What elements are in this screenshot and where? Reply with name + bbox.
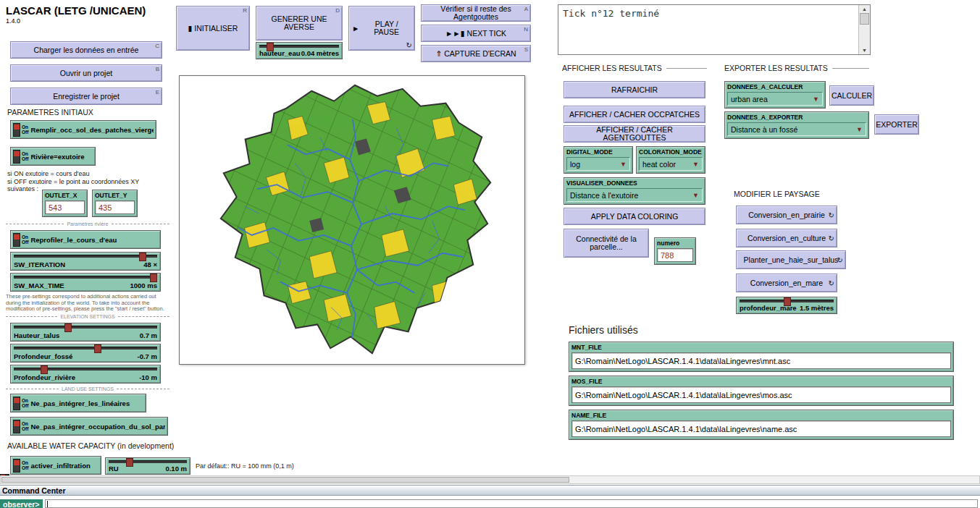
verifier-agentgouttes-button[interactable]: Vérifier si il reste des Agentgouttes A bbox=[421, 4, 531, 22]
world-view[interactable] bbox=[179, 75, 525, 365]
planter-haie-sur-talus-button[interactable]: Planter_une_haie_sur_talus ↻ bbox=[736, 250, 846, 269]
switch-toggle[interactable] bbox=[13, 123, 20, 137]
onoff-labels: OnOff bbox=[22, 398, 28, 408]
input-value[interactable]: 543 bbox=[45, 200, 85, 214]
switch-ne-pas-integrer-lineaires[interactable]: OnOff Ne_pas_intégrer_les_linéaires bbox=[10, 394, 146, 412]
switch-activer-infiltration[interactable]: OnOff activer_infiltration bbox=[10, 456, 101, 475]
chooser-value[interactable]: Distance à l'exutoire▼ bbox=[566, 188, 703, 202]
coloration-mode-chooser[interactable]: COLORATION_MODE heat color▼ bbox=[636, 146, 705, 174]
switch-knob bbox=[14, 151, 20, 156]
numero-input[interactable]: numero 788 bbox=[654, 237, 696, 265]
slider-label: SW_ITERATION bbox=[14, 261, 65, 268]
slider-row: RU0.10 m bbox=[109, 465, 187, 473]
command-center-bar[interactable]: Command Center bbox=[0, 485, 980, 496]
dropdown-arrow-icon: ▼ bbox=[813, 96, 819, 103]
connectivite-parcelle-button[interactable]: Connectivité de la parcelle... bbox=[564, 229, 649, 258]
note-line: suivantes : bbox=[7, 185, 168, 193]
mnt-file-input[interactable]: MNT_FILE G:\Romain\NetLogo\LASCAR.1.4.1\… bbox=[569, 342, 954, 372]
shortcut-key: C bbox=[155, 42, 159, 50]
slider-track bbox=[14, 326, 157, 329]
afficher-cacher-agentgouttes-button[interactable]: AFFICHER / CACHER AGENTGOUTTES bbox=[564, 125, 705, 143]
donnees-a-calculer-chooser[interactable]: DONNEES_A_CALCULER urban area▼ bbox=[724, 81, 826, 109]
input-value[interactable]: 435 bbox=[95, 200, 135, 214]
visualiser-donnees-chooser[interactable]: VISUALISER_DONNEES Distance à l'exutoire… bbox=[564, 177, 705, 205]
next-tick-button[interactable]: ►►▮ NEXT TICK N bbox=[421, 25, 531, 42]
chooser-value[interactable]: log▼ bbox=[566, 157, 630, 171]
donnees-a-exporter-chooser[interactable]: DONNEES_A_EXPORTER Distance à un fossé▼ bbox=[724, 111, 869, 139]
switch-remplir-occ-sol[interactable]: OnOff Remplir_occ_sol_des_patches_vierge… bbox=[10, 120, 156, 139]
profondeur-mare-slider[interactable]: profondeur_mare1.5 mètres bbox=[736, 297, 837, 314]
mos-file-input[interactable]: MOS_FILE G:\Romain\NetLogo\LASCAR.1.4.1\… bbox=[569, 376, 954, 406]
rafraichir-button[interactable]: RAFRAICHIR bbox=[564, 81, 705, 98]
initialiser-button[interactable]: ▮ INITIALISER R bbox=[176, 6, 250, 51]
switch-riviere-exutoire[interactable]: OnOff Rivière=exutoire bbox=[10, 147, 96, 166]
profondeur-fosse-slider[interactable]: Profondeur_fossé-0.7 m bbox=[10, 344, 161, 363]
switch-toggle[interactable] bbox=[13, 233, 20, 247]
shortcut-key: S bbox=[524, 46, 528, 54]
switch-ne-pas-integrer-occupation[interactable]: OnOff Ne_pas_intégrer_occupation_du_sol_… bbox=[10, 417, 168, 436]
digital-mode-chooser[interactable]: DIGITAL_MODE log▼ bbox=[564, 146, 633, 174]
section-label: EXPORTER LES RESULTATS bbox=[724, 64, 828, 72]
ru-slider[interactable]: RU0.10 m bbox=[105, 457, 190, 475]
onoff-labels: OnOff bbox=[22, 460, 28, 470]
onoff-labels: OnOff bbox=[22, 234, 28, 245]
input-label: MOS_FILE bbox=[569, 376, 953, 385]
generer-averse-button[interactable]: GENERER UNE AVERSE D bbox=[256, 6, 343, 41]
input-label: OUTLET_X bbox=[43, 190, 87, 199]
output-scrollbar[interactable]: ▲ ▼ bbox=[858, 5, 870, 54]
profondeur-riviere-slider[interactable]: Profondeur_rivière-10 m bbox=[10, 365, 161, 384]
onoff-labels: OnOff bbox=[22, 124, 28, 135]
exporter-button[interactable]: EXPORTER bbox=[874, 114, 919, 135]
sw-max-time-slider[interactable]: SW_MAX_TIME1000 ms bbox=[10, 273, 161, 292]
scroll-thumb[interactable] bbox=[1, 477, 569, 483]
chooser-value[interactable]: Distance à un fossé▼ bbox=[727, 122, 866, 136]
slider-label: Profondeur_rivière bbox=[14, 373, 75, 381]
afficher-cacher-occpatches-button[interactable]: AFFICHER / CACHER OCCPATCHES bbox=[564, 106, 705, 123]
apply-data-coloring-button[interactable]: APPLY DATA COLORING bbox=[564, 208, 705, 225]
conversion-en-mare-button[interactable]: Conversion_en_mare ↻ bbox=[736, 274, 837, 292]
switch-toggle[interactable] bbox=[13, 459, 20, 473]
outlet-x-input[interactable]: OUTLET_X 543 bbox=[42, 190, 88, 217]
slider-value: 0.10 m bbox=[165, 465, 187, 473]
ouvrir-projet-button[interactable]: Ouvrir un projet B bbox=[10, 64, 162, 82]
calculer-button[interactable]: CALCULER bbox=[829, 85, 874, 106]
switch-toggle[interactable] bbox=[13, 397, 20, 410]
conversion-en-culture-button[interactable]: Conversion_en_culture ↻ bbox=[736, 229, 837, 247]
input-value[interactable]: G:\Romain\NetLogo\LASCAR.1.4.1\data\laLi… bbox=[571, 352, 951, 369]
text-cursor bbox=[47, 501, 48, 507]
chooser-value[interactable]: heat color▼ bbox=[639, 157, 703, 171]
charger-donnees-button[interactable]: Charger les données en entrée C bbox=[10, 41, 162, 59]
switch-toggle[interactable] bbox=[13, 420, 20, 433]
switch-toggle[interactable] bbox=[13, 150, 20, 164]
forever-icon: ↻ bbox=[406, 41, 412, 49]
chooser-value[interactable]: urban area▼ bbox=[727, 92, 823, 106]
play-pause-button[interactable]: ► PLAY / PAUSE ↻ bbox=[348, 6, 415, 51]
shortcut-key: E bbox=[156, 88, 159, 96]
enregistrer-projet-button[interactable]: Enregistrer le projet E bbox=[10, 88, 162, 105]
scroll-down-icon[interactable]: ▼ bbox=[862, 46, 867, 54]
capture-ecran-button[interactable]: ⇑ CAPTURE D'ECRAN S bbox=[421, 45, 531, 62]
slider-label: RU bbox=[109, 465, 119, 473]
slider-row: hauteur_eau0.04 mètres bbox=[259, 49, 339, 57]
output-area[interactable]: Tick n°12 terminé ▲ ▼ bbox=[558, 4, 871, 55]
sw-iteration-slider[interactable]: SW_ITERATION48 × bbox=[10, 252, 161, 271]
shortcut-key: R bbox=[243, 7, 247, 14]
hauteur-eau-slider[interactable]: hauteur_eau0.04 mètres bbox=[256, 42, 343, 59]
hauteur-talus-slider[interactable]: Hauteur_talus0.7 m bbox=[10, 323, 161, 342]
command-input[interactable] bbox=[45, 499, 978, 508]
name-file-input[interactable]: NAME_FILE G:\Romain\NetLogo\LASCAR.1.4.1… bbox=[569, 410, 954, 440]
scroll-up-icon[interactable]: ▲ bbox=[862, 5, 867, 13]
scroll-thumb[interactable] bbox=[860, 13, 869, 25]
forever-icon: ↻ bbox=[829, 279, 834, 287]
forever-icon: ↻ bbox=[829, 211, 834, 219]
section-afficher-resultats: AFFICHER LES RESULTATS bbox=[562, 64, 707, 72]
observer-prompt: observer> bbox=[0, 499, 43, 508]
slider-value: 1.5 mètres bbox=[800, 304, 834, 312]
switch-reprofiler[interactable]: OnOff Reprofiler_le_cours_d'eau bbox=[10, 230, 161, 249]
input-value[interactable]: 788 bbox=[657, 248, 693, 262]
input-value[interactable]: G:\Romain\NetLogo\LASCAR.1.4.1\data\laLi… bbox=[571, 386, 951, 403]
conversion-en-prairie-button[interactable]: Conversion_en_prairie ↻ bbox=[736, 206, 837, 224]
input-value[interactable]: G:\Romain\NetLogo\LASCAR.1.4.1\data\laLi… bbox=[571, 420, 951, 437]
outlet-y-input[interactable]: OUTLET_Y 435 bbox=[92, 190, 138, 217]
interface-horizontal-scrollbar[interactable] bbox=[0, 475, 980, 484]
